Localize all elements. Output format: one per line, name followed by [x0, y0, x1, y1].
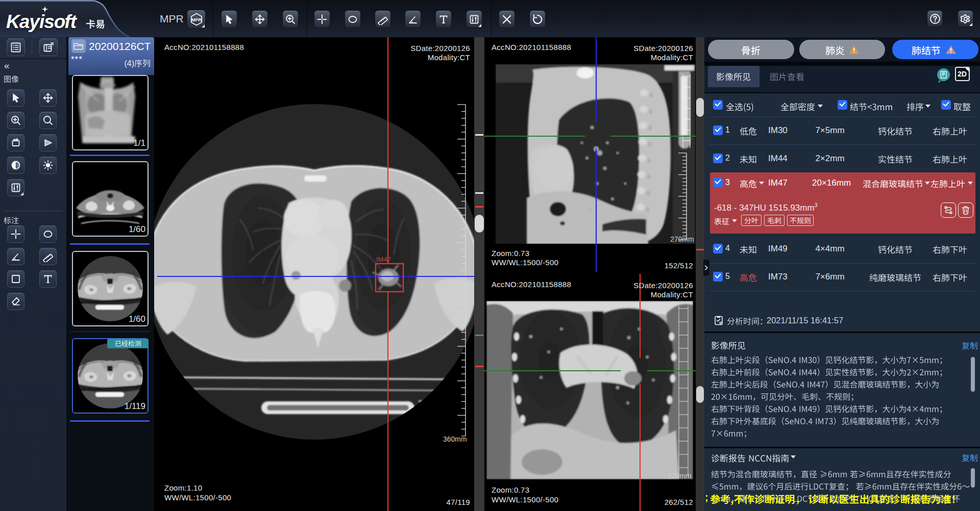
svg-text:270mm: 270mm [668, 472, 692, 480]
svg-text:360mm: 360mm [443, 435, 467, 443]
svg-text:270mm: 270mm [670, 235, 694, 243]
svg-text:IM47: IM47 [376, 256, 391, 263]
svg-text:MPR: MPR [191, 17, 202, 22]
